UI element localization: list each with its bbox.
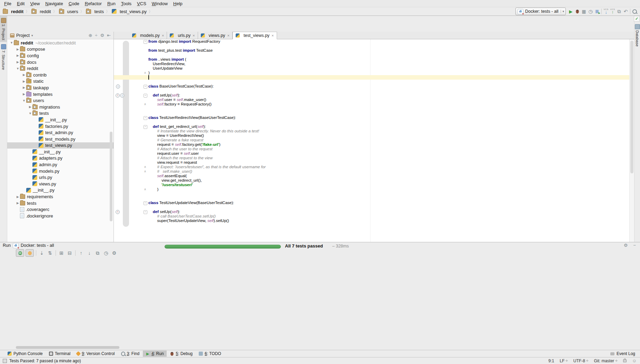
git-branch-selector[interactable]: Git: master: [594, 358, 617, 363]
tree-item-test_views.py[interactable]: test_views.py: [7, 142, 114, 149]
tree-item-migrations[interactable]: ▶migrations: [7, 104, 114, 110]
menu-file[interactable]: File: [1, 0, 14, 7]
tree-item-users[interactable]: ▼users: [7, 97, 114, 104]
breadcrumb-users[interactable]: users: [59, 9, 78, 14]
toolwindow-button--debug[interactable]: 5: Debug: [167, 351, 196, 357]
project-panel-header[interactable]: Project ▾ ⊕÷⚙⇤: [7, 32, 114, 39]
toolwindow-button--run[interactable]: ▶4: Run: [143, 351, 166, 357]
profiler-icon[interactable]: ◷: [587, 8, 594, 15]
toolwindow-button-terminal[interactable]: Terminal: [46, 351, 73, 357]
close-tab-icon[interactable]: ×: [193, 33, 195, 38]
tree-item-factories.py[interactable]: factories.py: [7, 123, 114, 130]
override-marker-icon[interactable]: ↓: [116, 84, 120, 89]
code-fold-icon[interactable]: −: [144, 85, 147, 89]
editor-tab-urls.py[interactable]: urls.py×: [167, 32, 198, 39]
override-marker-icon[interactable]: ↓: [120, 93, 124, 98]
code-fold-icon[interactable]: ∧: [144, 170, 147, 173]
settings-icon[interactable]: ⚙: [111, 250, 118, 256]
locate-icon[interactable]: ⊕: [87, 33, 93, 38]
tree-item-static[interactable]: ▶static: [7, 78, 114, 85]
menu-run[interactable]: Run: [105, 0, 118, 7]
code-fold-icon[interactable]: −: [144, 116, 147, 120]
editor-scrollbar-thumb[interactable]: [630, 41, 633, 173]
show-ignored-button[interactable]: [26, 249, 34, 257]
runpanel-settings-icon[interactable]: ⚙: [622, 243, 629, 248]
tree-item-contrib[interactable]: ▶contrib: [7, 72, 114, 78]
tool-stripe-1-project[interactable]: 1: Project: [0, 16, 7, 42]
code-fold-icon[interactable]: ∧: [144, 188, 147, 191]
editor-tab-test_views.py[interactable]: test_views.py×: [233, 32, 277, 39]
encoding-selector[interactable]: UTF-8: [573, 358, 589, 363]
breadcrumb-test_views.py[interactable]: test_views.py: [112, 9, 147, 14]
run-configuration-select[interactable]: di Docker: tests - all ▾: [515, 8, 566, 15]
tree-item-templates[interactable]: ▶templates: [7, 91, 114, 98]
close-tab-icon[interactable]: ×: [227, 33, 229, 38]
menu-window[interactable]: Window: [149, 0, 170, 7]
next-icon[interactable]: ↓: [86, 250, 93, 256]
tree-item-views.py[interactable]: views.py: [7, 181, 114, 187]
menu-navigate[interactable]: Navigate: [42, 0, 66, 7]
menu-edit[interactable]: Edit: [14, 0, 27, 7]
collapse-all-icon[interactable]: ⊟: [66, 250, 73, 256]
runpanel-hide-icon[interactable]: −: [632, 243, 637, 248]
run-icon[interactable]: ▶: [568, 8, 574, 15]
tree-item-compose[interactable]: ▶compose: [7, 46, 114, 53]
expand-all-icon[interactable]: ⊞: [58, 250, 65, 256]
toolwindow-button--version-control[interactable]: 9: Version Control: [74, 351, 117, 357]
previous-icon[interactable]: ↑: [78, 250, 85, 256]
tree-item-requirements[interactable]: ▶requirements: [7, 193, 114, 200]
toolwindow-button-python-console[interactable]: Python Console: [5, 351, 46, 357]
caret-position[interactable]: 9:1: [549, 358, 554, 363]
code-fold-icon[interactable]: −: [144, 210, 147, 214]
import-icon[interactable]: ⧉: [94, 250, 101, 256]
close-tab-icon[interactable]: ×: [272, 33, 274, 38]
editor-tab-models.py[interactable]: models.py×: [129, 32, 167, 39]
tree-item-reddit[interactable]: ▼reddit: [7, 65, 114, 72]
coverage-icon[interactable]: ▦: [581, 8, 587, 15]
breadcrumb-tests[interactable]: tests: [86, 9, 104, 14]
sort-az-icon[interactable]: ⇣: [38, 250, 45, 256]
overridden-marker-icon[interactable]: ↑: [116, 93, 120, 98]
vcs-push-icon[interactable]: VCS↑: [609, 8, 616, 15]
hide-icon[interactable]: ⇤: [106, 33, 112, 38]
code-fold-icon[interactable]: ∧: [144, 165, 147, 169]
tree-item-models.py[interactable]: models.py: [7, 168, 114, 174]
code-editor[interactable]: −from django.test import RequestFactoryf…: [114, 39, 629, 258]
overridden-marker-icon[interactable]: ↑: [116, 210, 120, 214]
tree-item-test_models.py[interactable]: test_models.py: [7, 136, 114, 142]
tree-item-adapters.py[interactable]: adapters.py: [7, 155, 114, 162]
tree-item-taskapp[interactable]: ▶taskapp: [7, 84, 114, 91]
run-configs-icon[interactable]: ≣: [594, 8, 600, 15]
code-fold-icon[interactable]: ∧: [144, 71, 147, 74]
lock-icon[interactable]: [623, 360, 627, 362]
menu-view[interactable]: View: [27, 0, 42, 7]
tree-item-docs[interactable]: ▶docs: [7, 59, 114, 65]
test-tree-hscrollbar[interactable]: [16, 346, 181, 349]
tree-item-urls.py[interactable]: urls.py: [7, 174, 114, 181]
menu-code[interactable]: Code: [66, 0, 82, 7]
vcs-update-icon[interactable]: VCS↓: [603, 8, 609, 15]
settings-icon[interactable]: ⚙: [99, 33, 106, 38]
show-passed-button[interactable]: ok: [16, 249, 24, 257]
event-log-button[interactable]: Event Log: [610, 351, 640, 356]
status-message[interactable]: Tests Passed: 7 passed (a minute ago): [9, 358, 81, 363]
code-fold-icon[interactable]: −: [144, 201, 147, 205]
code-fold-icon[interactable]: ∧: [144, 103, 147, 106]
code-fold-icon[interactable]: −: [144, 40, 147, 44]
menu-tools[interactable]: Tools: [118, 0, 134, 7]
tree-item-__init__.py[interactable]: __init__.py: [7, 187, 114, 194]
inspection-status-icon[interactable]: ✓: [634, 16, 640, 22]
tree-item-.dockerignore[interactable]: .dockerignore: [7, 213, 114, 219]
undo-icon[interactable]: ↶: [622, 8, 629, 15]
tree-item-config[interactable]: ▶config: [7, 52, 114, 59]
breadcrumb-reddit[interactable]: reddit: [31, 9, 51, 14]
line-ending-selector[interactable]: LF: [560, 358, 568, 363]
local-history-icon[interactable]: ⧉: [616, 8, 622, 15]
toolwindow-button--todo[interactable]: 6: TODO: [196, 351, 224, 357]
tree-item-.coveragerc[interactable]: .coveragerc: [7, 206, 114, 213]
tree-item-__init__.py[interactable]: __init__.py: [7, 117, 114, 123]
code-fold-icon[interactable]: −: [144, 94, 147, 98]
debug-icon[interactable]: [574, 8, 581, 15]
menu-help[interactable]: Help: [170, 0, 185, 7]
tree-item-test_admin.py[interactable]: test_admin.py: [7, 129, 114, 136]
